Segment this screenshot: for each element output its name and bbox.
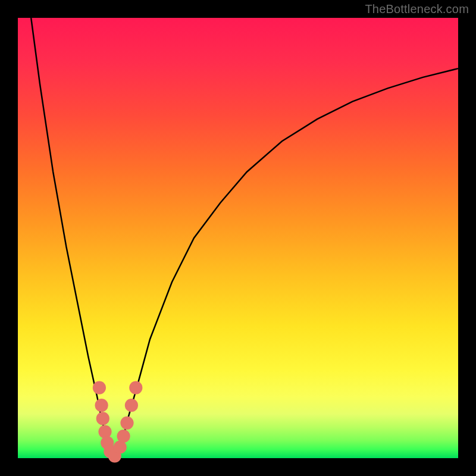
chart-frame: TheBottleneck.com — [0, 0, 476, 476]
curve-markers — [93, 381, 143, 463]
plot-area — [18, 18, 458, 458]
curve-marker — [117, 430, 130, 443]
watermark-text: TheBottleneck.com — [365, 2, 469, 16]
curve-marker — [96, 412, 109, 425]
curve-marker — [120, 416, 133, 430]
chart-svg — [18, 18, 458, 458]
curve-marker — [98, 425, 111, 439]
curve-marker — [93, 381, 106, 394]
curve-marker — [95, 399, 108, 412]
curve-marker — [125, 399, 138, 412]
curve-marker — [129, 381, 142, 394]
